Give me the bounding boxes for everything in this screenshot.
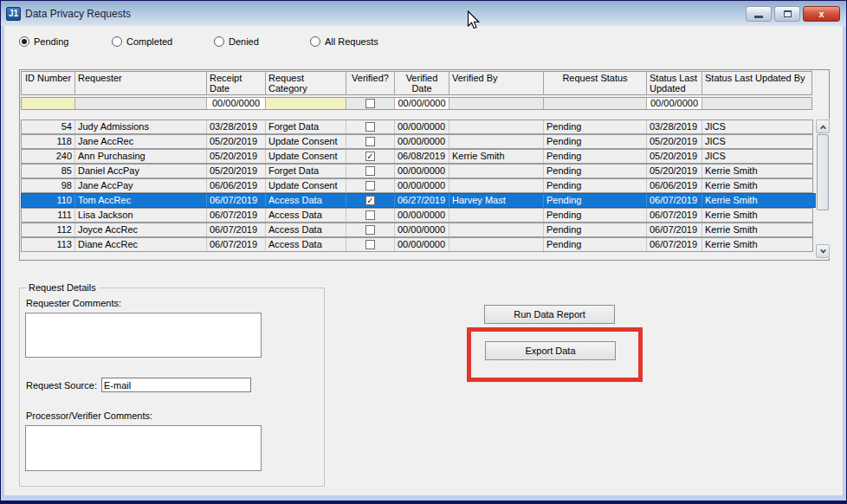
filter-verified[interactable] xyxy=(346,98,395,109)
filter-request-status[interactable] xyxy=(544,98,647,109)
verified-checkbox[interactable] xyxy=(365,181,375,191)
cell-id: 85 xyxy=(22,165,75,178)
filter-id-number[interactable] xyxy=(22,98,75,109)
table-row[interactable]: 85Daniel AccPay05/20/2019Forget Data00/0… xyxy=(21,164,813,178)
verified-checkbox[interactable] xyxy=(365,210,375,220)
cell-verified-by xyxy=(449,135,544,148)
table-row[interactable]: 240Ann Purchasing05/20/2019Update Consen… xyxy=(21,149,813,164)
radio-circle xyxy=(112,36,122,47)
cell-id: 54 xyxy=(22,120,75,133)
minimize-button[interactable] xyxy=(746,6,772,22)
processor-verifier-comments-field[interactable] xyxy=(25,425,262,471)
scroll-up-button[interactable] xyxy=(816,120,830,133)
radio-label: All Requests xyxy=(325,36,378,47)
cell-requester: Diane AccRec xyxy=(75,238,207,251)
export-data-button[interactable]: Export Data xyxy=(485,341,616,360)
filter-request-category[interactable] xyxy=(266,98,346,109)
cell-request-status: Pending xyxy=(544,238,647,251)
cell-request-category: Access Data xyxy=(266,223,346,236)
request-source-field[interactable] xyxy=(101,378,251,392)
verified-checkbox[interactable] xyxy=(365,225,375,235)
title-bar[interactable]: J1 Data Privacy Requests x xyxy=(1,1,846,26)
table-row[interactable]: 118Jane AccRec05/20/2019Update Consent00… xyxy=(21,134,813,149)
column-header-request-category[interactable]: Request Category xyxy=(266,72,346,94)
cell-requester: Ann Purchasing xyxy=(75,150,207,163)
column-header-receipt-date[interactable]: Receipt Date xyxy=(207,72,266,94)
cell-status-last-updated-on: 05/20/2019 xyxy=(647,150,702,163)
verified-checkbox[interactable] xyxy=(365,137,375,146)
cell-status-last-updated-on: 05/20/2019 xyxy=(647,135,702,148)
radio-completed[interactable]: Completed xyxy=(112,36,172,47)
cell-receipt-date: 06/07/2019 xyxy=(207,223,266,236)
cell-status-last-updated-by: Kerrie Smith xyxy=(702,194,816,207)
cell-id: 118 xyxy=(22,135,75,148)
column-header-status-last-updated-on[interactable]: Status Last Updated On xyxy=(647,72,702,94)
scroll-down-button[interactable] xyxy=(816,244,830,258)
cell-receipt-date: 05/20/2019 xyxy=(207,135,266,148)
radio-pending[interactable]: Pending xyxy=(19,36,68,47)
column-header-request-status[interactable]: Request Status xyxy=(544,72,647,94)
column-header-verified-by[interactable]: Verified By xyxy=(449,72,544,94)
cell-verified-by xyxy=(449,179,544,192)
cell-request-status: Pending xyxy=(544,135,647,148)
filter-verified-by[interactable] xyxy=(449,98,544,109)
cell-request-status: Pending xyxy=(544,194,647,207)
vertical-scrollbar[interactable] xyxy=(816,120,830,258)
chevron-down-icon xyxy=(819,247,825,253)
cell-request-category: Update Consent xyxy=(266,179,346,192)
cell-verified-by xyxy=(449,223,544,236)
close-button[interactable]: x xyxy=(803,6,840,22)
cell-receipt-date: 06/07/2019 xyxy=(207,209,266,222)
cell-verified: ✓ xyxy=(346,194,395,207)
filter-status-last-updated-on[interactable]: 00/00/0000 xyxy=(647,98,702,109)
column-header-id-number[interactable]: ID Number xyxy=(22,72,75,94)
cell-id: 112 xyxy=(22,223,75,236)
table-row[interactable]: 113Diane AccRec06/07/2019Access Data00/0… xyxy=(21,237,813,252)
maximize-icon xyxy=(784,10,792,17)
verified-checkbox[interactable]: ✓ xyxy=(365,152,375,161)
run-data-report-button[interactable]: Run Data Report xyxy=(484,305,615,324)
cell-receipt-date: 06/06/2019 xyxy=(207,179,266,192)
table-row[interactable]: 110Tom AccRec06/07/2019Access Data✓06/27… xyxy=(21,193,817,208)
filter-requester[interactable] xyxy=(75,98,207,109)
verified-checkbox[interactable]: ✓ xyxy=(365,196,375,205)
window-title: Data Privacy Requests xyxy=(25,8,131,20)
table-row[interactable]: 111Lisa Jackson06/07/2019Access Data00/0… xyxy=(21,208,813,223)
app-icon: J1 xyxy=(6,7,21,21)
verified-filter-checkbox[interactable] xyxy=(365,99,375,108)
cell-receipt-date: 03/28/2019 xyxy=(207,120,266,133)
cell-status-last-updated-on: 03/28/2019 xyxy=(647,120,702,133)
table-row[interactable]: 54Judy Admissions03/28/2019Forget Data00… xyxy=(21,120,813,134)
radio-label: Completed xyxy=(126,36,172,47)
cell-status-last-updated-by: Kerrie Smith xyxy=(702,165,812,178)
column-header-status-last-updated-by[interactable]: Status Last Updated By xyxy=(702,72,811,94)
column-header-requester[interactable]: Requester xyxy=(75,72,207,94)
cell-verified-date: 00/00/0000 xyxy=(395,223,449,236)
verified-checkbox[interactable] xyxy=(365,166,375,176)
cell-requester: Tom AccRec xyxy=(75,194,207,207)
cell-request-status: Pending xyxy=(544,209,647,222)
cell-requester: Jane AccPay xyxy=(75,179,207,192)
cell-status-last-updated-on: 05/20/2019 xyxy=(647,165,702,178)
cell-request-category: Access Data xyxy=(266,238,346,251)
radio-all-requests[interactable]: All Requests xyxy=(310,36,378,47)
column-header-verified-date[interactable]: Verified Date xyxy=(395,72,449,94)
table-row[interactable]: 98Jane AccPay06/06/2019Update Consent00/… xyxy=(21,178,813,193)
cell-request-status: Pending xyxy=(544,150,647,163)
filter-verified-date[interactable]: 00/00/0000 xyxy=(395,98,449,109)
filter-receipt-date[interactable]: 00/00/0000 xyxy=(207,98,266,109)
radio-denied[interactable]: Denied xyxy=(214,36,259,47)
cell-verified-date: 00/00/0000 xyxy=(395,238,449,251)
filter-status-last-updated-by[interactable] xyxy=(702,98,811,109)
scrollbar-thumb[interactable] xyxy=(817,134,829,210)
verified-checkbox[interactable] xyxy=(365,122,375,132)
requester-comments-field[interactable] xyxy=(25,313,262,358)
table-row[interactable]: 112Joyce AccRec06/07/2019Access Data00/0… xyxy=(21,223,813,237)
cell-status-last-updated-by: Kerrie Smith xyxy=(702,209,812,222)
cell-status-last-updated-on: 06/07/2019 xyxy=(647,223,702,236)
maximize-button[interactable] xyxy=(774,6,800,22)
column-header-verified[interactable]: Verified? xyxy=(346,72,395,94)
cell-status-last-updated-on: 06/07/2019 xyxy=(647,209,702,222)
data-privacy-requests-window: J1 Data Privacy Requests x Pending Compl… xyxy=(0,0,847,504)
verified-checkbox[interactable] xyxy=(365,240,375,249)
